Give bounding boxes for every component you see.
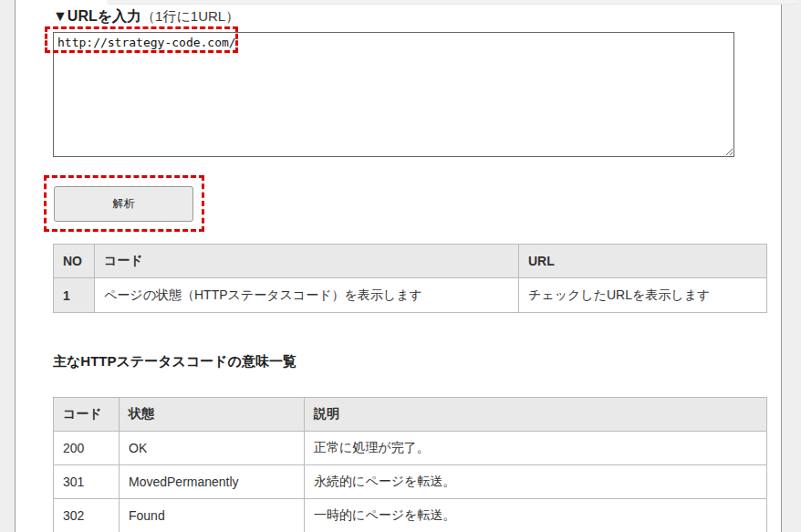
status-code: 302 [54, 499, 120, 532]
status-state: MovedPermanently [120, 465, 305, 499]
result-header-code: コード [95, 245, 519, 278]
status-header-description: 説明 [305, 398, 767, 432]
status-state: OK [120, 432, 305, 465]
result-spec-header-row: NO コード URL [54, 245, 767, 278]
result-spec-table: NO コード URL 1 ページの状態（HTTPステータスコード）を表示します … [53, 244, 767, 313]
status-description: 正常に処理が完了。 [305, 432, 767, 465]
result-header-no: NO [54, 245, 95, 278]
table-row: 302 Found 一時的にページを転送。 [54, 499, 767, 532]
status-codes-heading: 主なHTTPステータスコードの意味一覧 [53, 353, 296, 370]
url-input[interactable]: http://strategy-code.com/ [53, 32, 734, 157]
url-input-heading-title: ▼URLを入力 [53, 8, 141, 24]
result-row-code: ページの状態（HTTPステータスコード）を表示します [95, 278, 519, 313]
table-row: 301 MovedPermanently 永続的にページを転送。 [54, 465, 767, 499]
result-header-url: URL [519, 245, 767, 278]
table-row: 1 ページの状態（HTTPステータスコード）を表示します チェックしたURLを表… [54, 278, 767, 313]
status-codes-header-row: コード 状態 説明 [54, 398, 767, 432]
page: ▼URLを入力（1行に1URL） http://strategy-code.co… [0, 0, 801, 532]
table-row: 200 OK 正常に処理が完了。 [54, 432, 767, 465]
status-code: 200 [54, 432, 120, 465]
status-codes-table: コード 状態 説明 200 OK 正常に処理が完了。 301 MovedPerm… [53, 397, 767, 532]
status-description: 永続的にページを転送。 [305, 465, 767, 499]
status-code: 301 [54, 465, 120, 499]
status-state: Found [120, 499, 305, 532]
result-row-no: 1 [54, 278, 95, 313]
top-edge-artifact [107, 0, 797, 5]
status-header-state: 状態 [120, 398, 305, 432]
status-description: 一時的にページを転送。 [305, 499, 767, 532]
url-input-heading: ▼URLを入力（1行に1URL） [53, 7, 239, 26]
analyze-button[interactable]: 解析 [54, 186, 193, 222]
status-header-code: コード [54, 398, 120, 432]
result-row-url: チェックしたURLを表示します [519, 278, 767, 313]
url-input-heading-note: （1行に1URL） [141, 8, 239, 24]
